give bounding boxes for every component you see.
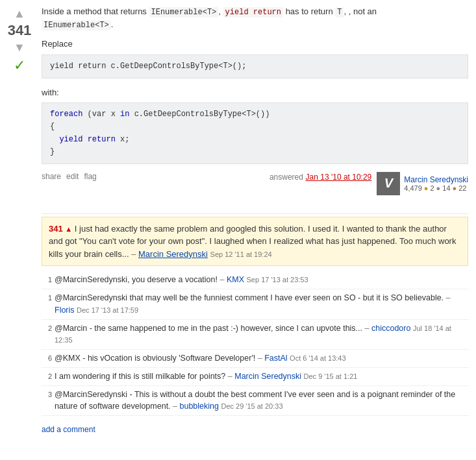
comment-item: 6 @KMX - his vOcation is obviously 'Soft… — [42, 350, 468, 368]
comment-vote-3: 6 — [42, 353, 52, 364]
comment-vote-5: 3 — [42, 389, 52, 400]
comment-text-4: I am wondering if this is still milkable… — [55, 370, 468, 383]
comment-user-0[interactable]: KMX — [227, 275, 244, 284]
user-name-link[interactable]: Marcin Seredynski — [404, 175, 468, 184]
code-block-replace: yield return c.GetDeepControlsByType<T>(… — [42, 54, 468, 79]
flag-link[interactable]: flag — [84, 172, 96, 181]
add-comment-container: add a comment — [42, 416, 468, 434]
comment-user-1[interactable]: Floris — [55, 306, 75, 315]
vote-count: 341 — [8, 22, 32, 39]
comment-user-3[interactable]: FastAl — [264, 354, 287, 363]
bronze-badge-count: 22 — [458, 184, 466, 192]
comment-text-1: @MarcinSeredynski that may well be the f… — [55, 292, 468, 317]
gold-badge-count: 2 — [430, 184, 434, 192]
type-t: T — [335, 7, 344, 18]
comment-item: 1 @MarcinSeredynski, you deserve a vocat… — [42, 271, 468, 289]
comment-user-2[interactable]: chiccodoro — [371, 324, 410, 333]
top-comment-vote: 341 — [49, 224, 63, 234]
comment-text-5: @MarcinSeredynski - This is without a do… — [55, 389, 468, 413]
answered-info: answered Jan 13 '10 at 10:29 V Marcin Se… — [269, 172, 468, 195]
comment-text-3: @KMX - his vOcation is obviously 'Softwa… — [55, 352, 468, 365]
user-info: Marcin Seredynski 4,479 2 14 22 — [404, 175, 468, 192]
type-ienumerable2: IEnumerable<T> — [42, 20, 111, 30]
comment-text-0: @MarcinSeredynski, you deserve a vocatio… — [55, 274, 468, 286]
comment-vote-1: 1 — [42, 293, 52, 304]
comment-vote-2: 2 — [42, 323, 52, 334]
comment-item: 3 @MarcinSeredynski - This is without a … — [42, 386, 468, 417]
upvote-button[interactable]: ▲ — [14, 8, 25, 19]
answered-text: answered — [269, 173, 303, 182]
comment-user-5[interactable]: bubbleking — [180, 402, 219, 411]
comment-date-4: Dec 9 '15 at 1:21 — [304, 372, 358, 380]
comment-item: 2 @Marcin - the same happened to me in t… — [42, 320, 468, 350]
comment-date-0: Sep 17 '13 at 23:53 — [247, 276, 308, 284]
silver-badge-icon — [436, 184, 441, 192]
comment-item: 2 I am wondering if this is still milkab… — [42, 368, 468, 386]
answer-body: Inside a method that returns IEnumerable… — [39, 5, 476, 434]
user-card: V Marcin Seredynski 4,479 2 14 22 — [377, 172, 468, 195]
type-ienumerable: IEnumerable<T> — [149, 7, 219, 18]
answer-container: ▲ 341 ▼ ✓ Inside a method that returns I… — [0, 0, 476, 439]
user-rep: 4,479 — [404, 184, 422, 192]
top-comment-user[interactable]: Marcin Seredynski — [138, 249, 208, 259]
comment-date-3: Oct 6 '14 at 13:43 — [290, 354, 346, 362]
add-comment-link[interactable]: add a comment — [42, 425, 95, 434]
share-link[interactable]: share — [42, 172, 61, 181]
comment-item: 1 @MarcinSeredynski that may well be the… — [42, 289, 468, 320]
edit-link[interactable]: edit — [66, 172, 79, 181]
answer-intro-text: Inside a method that returns IEnumerable… — [42, 5, 468, 31]
vote-column: ▲ 341 ▼ ✓ — [0, 5, 39, 434]
accepted-checkmark: ✓ — [14, 57, 25, 74]
comment-vote-4: 2 — [42, 371, 52, 382]
bronze-badge-icon — [453, 184, 457, 192]
code-block-with: foreach (var x in c.GetDeepControlsByTyp… — [42, 103, 468, 164]
keyword-yield-return: yield return — [223, 7, 283, 18]
top-comment: 341 ▲ I just had exactly the same proble… — [42, 217, 468, 267]
avatar: V — [377, 172, 400, 195]
silver-badge-count: 14 — [442, 184, 450, 192]
post-actions: share edit flag — [42, 172, 97, 181]
comment-date-5: Dec 29 '15 at 20:33 — [221, 402, 282, 410]
answered-date[interactable]: Jan 13 '10 at 10:29 — [306, 173, 372, 182]
comment-text-2: @Marcin - the same happened to me in the… — [55, 322, 468, 347]
top-comment-date: Sep 12 '11 at 19:24 — [210, 250, 272, 258]
with-label: with: — [42, 86, 468, 99]
comment-user-4[interactable]: Marcin Seredynski — [234, 372, 301, 381]
comments-section: 341 ▲ I just had exactly the same proble… — [42, 213, 468, 434]
user-badges: 4,479 2 14 22 — [404, 184, 468, 192]
downvote-button[interactable]: ▼ — [14, 42, 25, 53]
comment-date-1: Dec 17 '13 at 17:59 — [77, 306, 138, 314]
comment-vote-0: 1 — [42, 274, 52, 285]
replace-label: Replace — [42, 38, 468, 51]
gold-badge-icon — [424, 184, 429, 192]
yield-return-keyword: yield return c.GetDeepControlsByType<T>(… — [50, 62, 246, 71]
